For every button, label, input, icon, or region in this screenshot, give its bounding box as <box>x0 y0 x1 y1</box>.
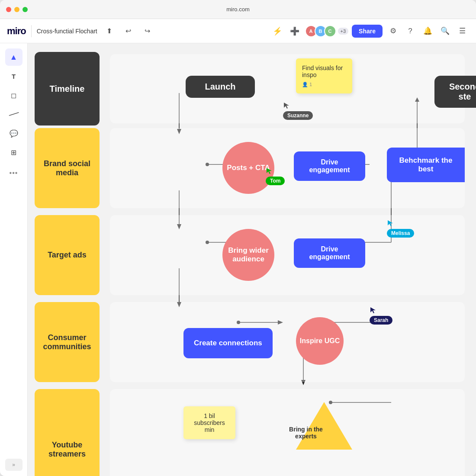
main-area: ▲ T ◻ ╱ 💬 ⊞ ••• » <box>0 43 476 476</box>
filter-icon[interactable]: ⚡ <box>270 24 284 38</box>
swimlane-content-consumer[interactable]: Create connections Inspire UGC Sarah <box>110 302 465 382</box>
cursor-sarah: Sarah <box>370 306 376 315</box>
toolbar-divider <box>31 25 32 37</box>
miro-logo: miro <box>7 26 26 37</box>
help-icon[interactable]: ? <box>403 24 417 38</box>
svg-marker-31 <box>267 168 272 174</box>
app-window: miro.com miro Cross-functial Flochart ⬆ … <box>0 0 476 476</box>
traffic-lights <box>6 7 28 12</box>
swimlane-brand-social: Brand social media Posts + CTA Drive eng… <box>35 128 465 208</box>
line-tool[interactable]: ╱ <box>1 102 26 127</box>
cursor-label-suzanne: Suzanne <box>283 111 313 120</box>
toolbar: miro Cross-functial Flochart ⬆ ↩ ↪ ⚡ ➕ A… <box>0 19 476 43</box>
title-bar: miro.com <box>0 0 476 19</box>
cursor-label-melissa: Melissa <box>387 229 414 238</box>
cursor-tool[interactable]: ▲ <box>5 48 23 66</box>
cursor-label-sarah: Sarah <box>370 316 392 325</box>
node-bring-experts-container: Bring in the experts <box>296 402 352 450</box>
close-button[interactable] <box>6 7 11 12</box>
swimlane-content-timeline[interactable]: Launch Find visuals for inspo 👤 1 Second… <box>110 54 465 123</box>
swimlane-content-target-ads[interactable]: Bring wider audience Drive engagement Me… <box>110 215 465 295</box>
swimlane-consumer: Consumer communities Create connections … <box>35 302 465 382</box>
window-title: miro.com <box>226 6 249 13</box>
svg-marker-32 <box>388 220 393 226</box>
more-tools[interactable]: ••• <box>5 164 23 182</box>
menu-icon[interactable]: ☰ <box>455 24 469 38</box>
swimlane-label-youtube: Youtube streamers <box>35 389 100 476</box>
swimlane-youtube: Youtube streamers 1 bil subscribers min … <box>35 389 465 476</box>
maximize-button[interactable] <box>23 7 28 12</box>
avatar-3[interactable]: C <box>324 25 336 37</box>
swimlane-label-consumer: Consumer communities <box>35 302 100 382</box>
node-create-connections[interactable]: Create connections <box>183 328 273 358</box>
svg-marker-30 <box>284 103 289 109</box>
avatar-count[interactable]: +3 <box>338 28 349 35</box>
node-drive-engagement-1[interactable]: Drive engagement <box>294 151 365 181</box>
document-title: Cross-functial Flochart <box>37 28 97 35</box>
sticky-find-visuals[interactable]: Find visuals for inspo 👤 1 <box>296 58 352 93</box>
redo-button[interactable]: ↪ <box>141 24 154 38</box>
text-tool[interactable]: T <box>5 68 23 85</box>
cursor-suzanne: Suzanne <box>283 102 290 110</box>
avatar-group: A B C +3 <box>305 25 349 37</box>
swimlane-label-timeline: Timeline <box>35 52 100 125</box>
search-icon[interactable]: 🔍 <box>438 24 452 38</box>
sticky-1bil[interactable]: 1 bil subscribers min <box>183 406 235 439</box>
comment-tool[interactable]: 💬 <box>5 125 23 142</box>
node-bring-wider[interactable]: Bring wider audience <box>222 229 274 281</box>
swimlane-target-ads: Target ads Bring wider audience Drive en… <box>35 215 465 295</box>
settings-icon[interactable]: ⚙ <box>386 24 400 38</box>
swimlane-label-target-ads: Target ads <box>35 215 100 295</box>
undo-button[interactable]: ↩ <box>122 24 135 38</box>
cursor-label-tom: Tom <box>266 177 285 185</box>
swimlane-content-brand-social[interactable]: Posts + CTA Drive engagement Behchmark t… <box>110 128 465 208</box>
node-benchmark[interactable]: Behchmark the best <box>387 148 465 182</box>
svg-marker-33 <box>370 307 376 313</box>
swimlane-content-youtube[interactable]: 1 bil subscribers min Bring in the exper… <box>110 389 465 476</box>
share-button[interactable]: Share <box>352 25 383 38</box>
node-launch[interactable]: Launch <box>186 76 255 98</box>
collapse-panel[interactable]: » <box>5 459 23 471</box>
node-second-step[interactable]: Second ste <box>434 76 476 108</box>
swimlane-label-brand-social: Brand social media <box>35 128 100 208</box>
swimlane-timeline: Timeline Launch Find visuals for inspo 👤… <box>35 52 465 125</box>
sticky-tool[interactable]: ◻ <box>5 87 23 104</box>
node-inspire-ugc[interactable]: Inspire UGC <box>296 317 344 365</box>
triangle-label: Bring in the experts <box>278 426 334 440</box>
frame-tool[interactable]: ⊞ <box>5 144 23 161</box>
cursor-tom: Tom <box>266 167 273 176</box>
canvas[interactable]: Timeline Launch Find visuals for inspo 👤… <box>28 43 476 476</box>
cursor-melissa: Melissa <box>387 219 394 228</box>
tool-panel: ▲ T ◻ ╱ 💬 ⊞ ••• » <box>0 43 28 476</box>
add-user-icon[interactable]: ➕ <box>288 24 302 38</box>
upload-button[interactable]: ⬆ <box>103 24 116 38</box>
minimize-button[interactable] <box>14 7 19 12</box>
node-drive-engagement-2[interactable]: Drive engagement <box>294 238 365 268</box>
notifications-icon[interactable]: 🔔 <box>421 24 434 38</box>
toolbar-right: ⚡ ➕ A B C +3 Share ⚙ ? 🔔 🔍 ☰ <box>270 24 469 38</box>
